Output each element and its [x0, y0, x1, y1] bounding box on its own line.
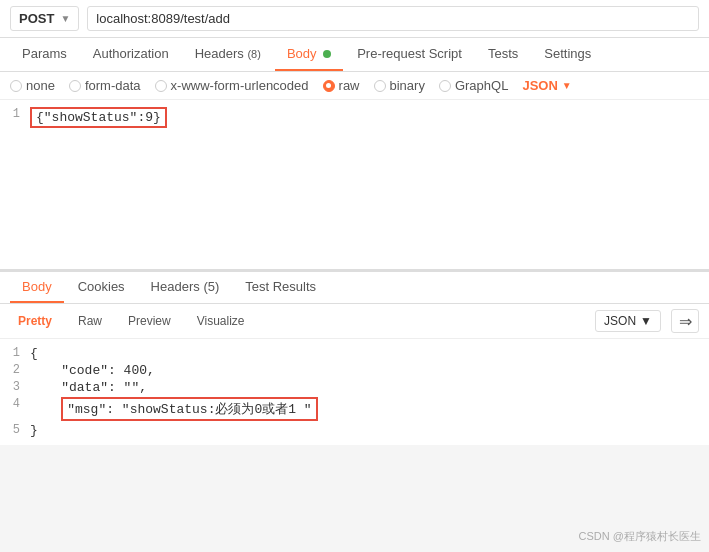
body-options-bar: none form-data x-www-form-urlencoded raw…: [0, 72, 709, 100]
response-tab-cookies[interactable]: Cookies: [66, 272, 137, 303]
url-bar: POST ▼: [0, 0, 709, 38]
response-tab-test-results[interactable]: Test Results: [233, 272, 328, 303]
toolbar-preview[interactable]: Preview: [120, 311, 179, 331]
toolbar-visualize[interactable]: Visualize: [189, 311, 253, 331]
tab-prerequest[interactable]: Pre-request Script: [345, 38, 474, 71]
response-line-4: 4 "msg": "showStatus:必须为0或者1 ": [0, 396, 709, 422]
option-raw[interactable]: raw: [323, 78, 360, 93]
tab-params[interactable]: Params: [10, 38, 79, 71]
tab-tests[interactable]: Tests: [476, 38, 530, 71]
wrap-symbol: ⇒: [679, 312, 692, 331]
code-line-1: 1 {"showStatus":9}: [0, 106, 709, 129]
tab-body[interactable]: Body: [275, 38, 343, 71]
response-tabs: Body Cookies Headers (5) Test Results: [0, 272, 709, 304]
method-arrow: ▼: [60, 13, 70, 24]
radio-raw: [323, 80, 335, 92]
option-urlencoded[interactable]: x-www-form-urlencoded: [155, 78, 309, 93]
response-editor: 1 { 2 "code": 400, 3 "data": "", 4 "msg"…: [0, 339, 709, 445]
response-line-3: 3 "data": "",: [0, 379, 709, 396]
wrap-icon[interactable]: ⇒: [671, 309, 699, 333]
method-label: POST: [19, 11, 54, 26]
radio-binary: [374, 80, 386, 92]
radio-urlencoded: [155, 80, 167, 92]
tab-authorization[interactable]: Authorization: [81, 38, 181, 71]
request-editor[interactable]: 1 {"showStatus":9}: [0, 100, 709, 270]
response-tab-body[interactable]: Body: [10, 272, 64, 303]
tab-headers[interactable]: Headers (8): [183, 38, 273, 71]
line-number-1: 1: [0, 107, 30, 121]
tab-settings[interactable]: Settings: [532, 38, 603, 71]
option-form-data[interactable]: form-data: [69, 78, 141, 93]
response-section: Body Cookies Headers (5) Test Results Pr…: [0, 270, 709, 445]
radio-none: [10, 80, 22, 92]
response-line-2: 2 "code": 400,: [0, 362, 709, 379]
body-dot: [323, 50, 331, 58]
radio-graphql: [439, 80, 451, 92]
method-select[interactable]: POST ▼: [10, 6, 79, 31]
response-msg-content: "msg": "showStatus:必须为0或者1 ": [61, 397, 317, 421]
url-input[interactable]: [87, 6, 699, 31]
response-line-1: 1 {: [0, 345, 709, 362]
option-binary[interactable]: binary: [374, 78, 425, 93]
request-tabs: Params Authorization Headers (8) Body Pr…: [0, 38, 709, 72]
toolbar-pretty[interactable]: Pretty: [10, 311, 60, 331]
response-format-select[interactable]: JSON ▼: [595, 310, 661, 332]
response-line-5: 5 }: [0, 422, 709, 439]
option-none[interactable]: none: [10, 78, 55, 93]
request-body-content: {"showStatus":9}: [30, 107, 167, 128]
response-toolbar: Pretty Raw Preview Visualize JSON ▼ ⇒: [0, 304, 709, 339]
watermark: CSDN @程序猿村长医生: [579, 529, 701, 544]
json-format-select[interactable]: JSON ▼: [522, 78, 571, 93]
radio-form-data: [69, 80, 81, 92]
option-graphql[interactable]: GraphQL: [439, 78, 508, 93]
toolbar-raw[interactable]: Raw: [70, 311, 110, 331]
response-tab-headers[interactable]: Headers (5): [139, 272, 232, 303]
